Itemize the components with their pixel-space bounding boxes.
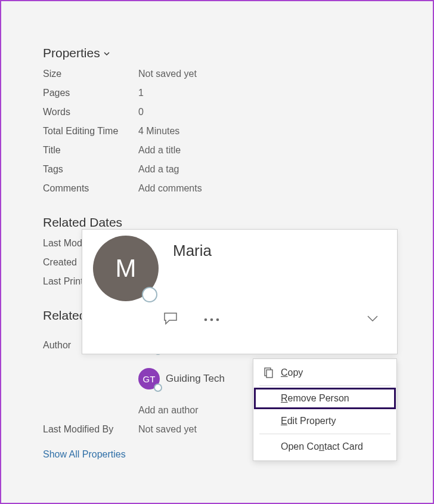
avatar: GT <box>138 368 160 389</box>
title-field[interactable]: Add a title <box>138 145 181 156</box>
contact-card-name: Maria <box>173 242 212 301</box>
menu-item-copy[interactable]: Copy <box>253 361 396 384</box>
presence-icon <box>154 384 162 392</box>
properties-list: Size Not saved yet Pages 1 Words 0 Total… <box>43 69 391 194</box>
avatar-initial: M <box>116 254 137 283</box>
pages-value: 1 <box>138 88 144 98</box>
context-menu: Copy Remove Person Edit Property Open Co… <box>253 358 397 461</box>
author-entry[interactable]: GT Guiding Tech <box>138 368 225 389</box>
show-all-properties-link[interactable]: Show All Properties <box>43 449 126 460</box>
avatar: M <box>93 236 159 301</box>
menu-item-label: Edit Property <box>281 416 336 426</box>
properties-dropdown[interactable]: Properties <box>43 46 110 60</box>
add-author-field[interactable]: Add an author <box>138 405 199 416</box>
total-editing-time-value: 4 Minutes <box>138 126 179 137</box>
title-label: Title <box>43 145 138 156</box>
menu-item-label: Open Contact Card <box>281 441 363 452</box>
menu-separator <box>259 434 390 434</box>
copy-icon <box>263 367 278 378</box>
menu-item-remove-person[interactable]: Remove Person <box>253 387 396 410</box>
total-editing-time-label: Total Editing Time <box>43 126 138 137</box>
pages-label: Pages <box>43 88 138 98</box>
chevron-down-icon[interactable] <box>366 314 379 325</box>
chat-icon[interactable] <box>163 312 179 327</box>
related-dates-heading: Related Dates <box>43 215 391 230</box>
size-label: Size <box>43 69 138 79</box>
last-modified-by-label: Last Modified By <box>43 424 138 435</box>
tags-label: Tags <box>43 164 138 175</box>
chevron-down-icon <box>103 46 110 60</box>
last-modified-by-value: Not saved yet <box>138 424 197 435</box>
tags-field[interactable]: Add a tag <box>138 164 179 175</box>
contact-card-popup: M Maria <box>82 229 398 354</box>
menu-item-edit-property[interactable]: Edit Property <box>253 410 396 432</box>
properties-heading: Properties <box>43 46 100 60</box>
svg-point-0 <box>204 319 207 321</box>
author-name: Guiding Tech <box>166 373 225 385</box>
menu-item-label: Copy <box>281 367 303 378</box>
menu-item-label: Remove Person <box>281 393 349 404</box>
words-label: Words <box>43 107 138 118</box>
svg-point-2 <box>216 319 219 321</box>
size-value: Not saved yet <box>138 69 197 79</box>
more-icon[interactable] <box>203 314 221 325</box>
svg-point-1 <box>210 319 213 321</box>
words-value: 0 <box>138 107 144 118</box>
avatar-initial: GT <box>143 374 156 384</box>
menu-item-open-contact-card[interactable]: Open Contact Card <box>253 435 396 458</box>
comments-field[interactable]: Add comments <box>138 183 202 194</box>
presence-icon <box>142 287 157 302</box>
comments-label: Comments <box>43 183 138 194</box>
menu-separator <box>259 385 390 386</box>
svg-rect-4 <box>266 370 272 378</box>
